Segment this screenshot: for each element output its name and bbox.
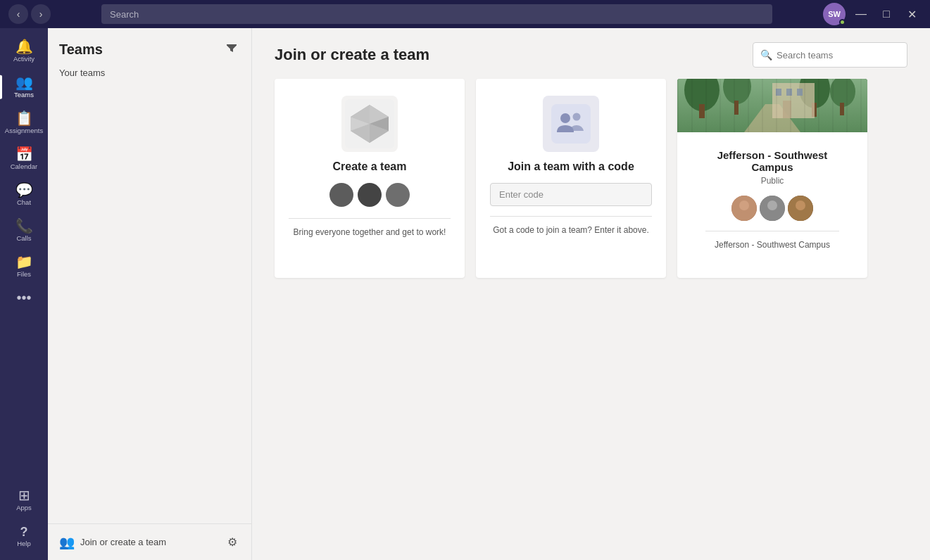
svg-point-18 bbox=[830, 79, 855, 107]
sidebar-label-calendar: Calendar bbox=[11, 163, 38, 170]
sidebar-item-chat[interactable]: 💬 Chat bbox=[0, 177, 48, 212]
your-teams-label: Your teams bbox=[48, 65, 251, 84]
svg-rect-21 bbox=[776, 89, 781, 96]
assignments-icon: 📋 bbox=[15, 111, 33, 125]
svg-rect-15 bbox=[734, 101, 739, 115]
titlebar-nav: ‹ › bbox=[0, 4, 59, 24]
svg-point-30 bbox=[796, 201, 805, 210]
global-search-input[interactable] bbox=[101, 4, 772, 24]
jefferson-team-type: Public bbox=[761, 176, 784, 186]
sidebar-item-activity[interactable]: 🔔 Activity bbox=[0, 34, 48, 68]
maximize-button[interactable]: □ bbox=[876, 4, 896, 24]
svg-rect-24 bbox=[783, 101, 791, 118]
member-avatar-3 bbox=[788, 196, 813, 221]
svg-rect-20 bbox=[772, 83, 815, 118]
sidebar: 🔔 Activity 👥 Teams 📋 Assignments 📅 Calen… bbox=[0, 28, 48, 560]
search-teams-container: 🔍 bbox=[753, 42, 907, 68]
svg-point-16 bbox=[799, 79, 830, 108]
main-page-title: Join or create a team bbox=[275, 46, 429, 64]
jefferson-card-divider bbox=[705, 231, 839, 231]
svg-rect-17 bbox=[812, 103, 817, 117]
join-code-card[interactable]: Join a team with a code Got a code to jo… bbox=[476, 79, 666, 278]
files-icon: 📁 bbox=[15, 255, 33, 269]
svg-point-28 bbox=[767, 201, 777, 210]
join-create-icon: 👥 bbox=[59, 535, 75, 550]
jefferson-card-content: Jefferson - Southwest Campus Public bbox=[691, 141, 853, 264]
sidebar-item-apps[interactable]: ⊞ Apps bbox=[13, 483, 34, 517]
svg-rect-8 bbox=[551, 104, 591, 144]
join-code-description: Got a code to join a team? Enter it abov… bbox=[493, 225, 648, 235]
svg-rect-22 bbox=[786, 89, 792, 96]
filter-icon bbox=[226, 42, 237, 53]
svg-rect-13 bbox=[699, 104, 705, 118]
panel-settings-button[interactable]: ⚙ bbox=[225, 533, 240, 552]
more-icon: ••• bbox=[16, 291, 31, 305]
join-or-create-label: Join or create a team bbox=[80, 537, 166, 547]
enter-code-input[interactable] bbox=[490, 183, 652, 206]
svg-point-9 bbox=[560, 113, 570, 123]
mini-avatar-2 bbox=[358, 183, 382, 207]
search-teams-input[interactable] bbox=[777, 50, 900, 61]
svg-point-26 bbox=[739, 201, 749, 210]
jefferson-team-card[interactable]: Jefferson - Southwest Campus Public bbox=[677, 79, 867, 278]
sidebar-item-files[interactable]: 📁 Files bbox=[0, 249, 48, 284]
activity-icon: 🔔 bbox=[15, 39, 33, 53]
create-team-card[interactable]: Create a team Bring everyone together an… bbox=[275, 79, 465, 278]
sidebar-item-assignments[interactable]: 📋 Assignments bbox=[0, 106, 48, 140]
jefferson-member-avatars bbox=[731, 196, 813, 221]
help-icon: ? bbox=[20, 526, 28, 538]
join-code-card-divider bbox=[490, 216, 652, 217]
minimize-button[interactable]: — bbox=[851, 4, 871, 24]
svg-rect-11 bbox=[677, 79, 867, 132]
jefferson-team-image bbox=[677, 79, 867, 132]
join-or-create-team-button[interactable]: 👥 Join or create a team bbox=[59, 535, 166, 550]
close-button[interactable]: ✕ bbox=[902, 4, 922, 24]
create-team-icon-wrapper bbox=[341, 96, 398, 152]
calls-icon: 📞 bbox=[15, 219, 33, 233]
forward-button[interactable]: › bbox=[31, 4, 51, 24]
teams-icon: 👥 bbox=[15, 75, 33, 89]
main-content: Join or create a team 🔍 bbox=[252, 28, 930, 560]
filter-button[interactable] bbox=[223, 39, 240, 59]
panel-footer: 👥 Join or create a team ⚙ bbox=[48, 523, 251, 560]
sidebar-label-apps: Apps bbox=[16, 504, 32, 511]
join-code-graphic bbox=[551, 104, 591, 144]
svg-rect-23 bbox=[797, 89, 803, 96]
user-avatar[interactable]: SW bbox=[823, 3, 846, 25]
sidebar-label-assignments: Assignments bbox=[5, 127, 43, 134]
sidebar-item-help[interactable]: ? Help bbox=[13, 520, 34, 553]
sidebar-bottom: ⊞ Apps ? Help bbox=[13, 483, 34, 560]
calendar-icon: 📅 bbox=[15, 147, 33, 161]
panel-header: Teams bbox=[48, 28, 251, 65]
panel-title: Teams bbox=[59, 42, 103, 58]
sidebar-item-calendar[interactable]: 📅 Calendar bbox=[0, 141, 48, 176]
svg-point-14 bbox=[723, 79, 751, 104]
create-card-divider bbox=[289, 218, 451, 219]
mini-avatar-3 bbox=[386, 183, 410, 207]
create-team-avatars bbox=[329, 183, 410, 207]
sidebar-item-calls[interactable]: 📞 Calls bbox=[0, 213, 48, 248]
main-header: Join or create a team 🔍 bbox=[252, 28, 930, 79]
teams-cards-area: Create a team Bring everyone together an… bbox=[252, 79, 930, 300]
sidebar-label-teams: Teams bbox=[14, 91, 34, 98]
create-team-graphic bbox=[345, 99, 394, 148]
sidebar-item-more[interactable]: ••• bbox=[0, 285, 48, 310]
sidebar-label-calls: Calls bbox=[16, 234, 31, 242]
jefferson-team-description: Jefferson - Southwest Campus bbox=[715, 240, 830, 250]
mini-avatar-1 bbox=[329, 183, 353, 207]
titlebar-search-area bbox=[101, 4, 772, 24]
join-code-card-title: Join a team with a code bbox=[508, 160, 634, 173]
search-teams-icon: 🔍 bbox=[760, 49, 772, 61]
sidebar-item-teams[interactable]: 👥 Teams bbox=[0, 70, 48, 104]
member-avatar-2 bbox=[760, 196, 785, 221]
jefferson-team-name: Jefferson - Southwest Campus bbox=[705, 149, 839, 173]
chat-icon: 💬 bbox=[15, 183, 33, 197]
join-code-icon-wrapper bbox=[543, 96, 599, 152]
create-team-description: Bring everyone together and get to work! bbox=[294, 227, 446, 237]
user-status-indicator bbox=[839, 19, 846, 25]
sidebar-label-files: Files bbox=[17, 270, 31, 278]
back-button[interactable]: ‹ bbox=[8, 4, 28, 24]
svg-point-12 bbox=[684, 79, 720, 111]
sidebar-label-chat: Chat bbox=[17, 198, 31, 206]
svg-rect-19 bbox=[840, 103, 844, 115]
